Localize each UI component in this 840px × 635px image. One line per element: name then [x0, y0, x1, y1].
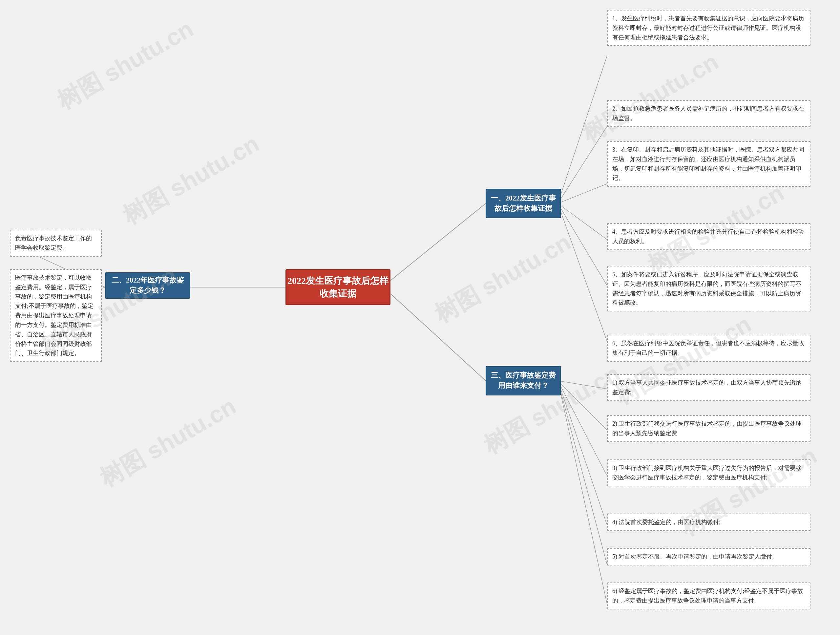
leaf-three-4: 4) 法院首次委托鉴定的，由医疗机构缴付;: [607, 513, 810, 531]
leaf-two-1-text: 负责医疗事故技术鉴定工作的医学会收取鉴定费。: [15, 235, 92, 251]
section-one-label: 一、2022发生医疗事故后怎样收集证据: [491, 193, 556, 214]
watermark-1: 树图 shutu.cn: [52, 13, 199, 117]
watermark-7: 树图 shutu.cn: [576, 46, 724, 149]
leaf-one-5: 5、如案件将要或已进入诉讼程序，应及时向法院申请证据保全或调查取证。因为患者能复…: [607, 266, 810, 311]
svg-line-6: [558, 204, 607, 240]
leaf-three-6-text: 6) 经鉴定属于医疗事故的，鉴定费由医疗机构支付;经鉴定不属于医疗事故的，鉴定费…: [612, 588, 804, 604]
central-node: 2022发生医疗事故后怎样 收集证据: [286, 269, 390, 305]
leaf-one-3: 3、在复印、封存和启封病历资料及其他证据时，医院、患者双方都应共同在场，如对血液…: [607, 141, 810, 187]
leaf-one-5-text: 5、如案件将要或已进入诉讼程序，应及时向法院申请证据保全或调查取证。因为患者能复…: [612, 271, 801, 306]
mind-map: 2022发生医疗事故后怎样 收集证据 一、2022发生医疗事故后怎样收集证据 1…: [0, 0, 840, 635]
svg-line-8: [558, 204, 607, 341]
svg-line-3: [558, 56, 607, 204]
leaf-one-4: 4、患者方应及时要求进行相关的检验并充分行使自己选择检验机构和检验人员的权利。: [607, 223, 810, 250]
watermark-5: 树图 shutu.cn: [429, 226, 576, 330]
watermark-layer: 树图 shutu.cn 树图 shutu.cn 树图 shutu.cn 树图 s…: [0, 0, 840, 635]
leaf-three-5-text: 5) 对首次鉴定不服、再次申请鉴定的，由申请再次鉴定人缴付;: [612, 553, 774, 560]
section-two-label: 二、2022年医疗事故鉴定多少钱？: [110, 275, 185, 296]
leaf-three-3-text: 3) 卫生行政部门接到医疗机构关于重大医疗过失行为的报告后，对需要移交医学会进行…: [612, 465, 802, 481]
leaf-one-4-text: 4、患者方应及时要求进行相关的检验并充分行使自己选择检验机构和检验人员的权利。: [612, 228, 804, 245]
svg-line-2: [390, 294, 486, 381]
leaf-two-1: 负责医疗事故技术鉴定工作的医学会收取鉴定费。: [10, 230, 102, 257]
svg-line-12: [558, 381, 607, 430]
watermark-2: 树图 shutu.cn: [117, 128, 265, 231]
svg-line-7: [558, 204, 607, 286]
central-label: 2022发生医疗事故后怎样 收集证据: [286, 274, 390, 300]
section-two: 二、2022年医疗事故鉴定多少钱？: [105, 272, 190, 299]
leaf-one-2: 2、如因抢救急危患者医务人员需补记病历的，补记期间患者方有权要求在场监督。: [607, 100, 810, 127]
leaf-three-1: 1) 双方当事人共同委托医疗事故技术鉴定的，由双方当事人协商预先缴纳鉴定费;: [607, 374, 810, 401]
leaf-three-6: 6) 经鉴定属于医疗事故的，鉴定费由医疗机构支付;经鉴定不属于医疗事故的，鉴定费…: [607, 583, 810, 610]
svg-line-16: [558, 381, 607, 604]
svg-line-15: [558, 381, 607, 564]
watermark-4: 树图 shutu.cn: [94, 390, 242, 494]
section-three: 三、医疗事故鉴定费用由谁来支付？: [486, 366, 561, 395]
leaf-one-6-text: 6、虽然在医疗纠纷中医院负举证责任，但患者也不应消极等待，应尽量收集有利于自己的…: [612, 340, 804, 356]
svg-line-4: [558, 126, 607, 204]
leaf-one-3-text: 3、在复印、封存和启封病历资料及其他证据时，医院、患者双方都应共同在场，如对血液…: [612, 146, 804, 181]
leaf-three-1-text: 1) 双方当事人共同委托医疗事故技术鉴定的，由双方当事人协商预先缴纳鉴定费;: [612, 379, 802, 395]
svg-line-13: [558, 381, 607, 476]
leaf-three-3: 3) 卫生行政部门接到医疗机构关于重大医疗过失行为的报告后，对需要移交医学会进行…: [607, 460, 810, 487]
leaf-three-2-text: 2) 卫生行政部门移交进行医疗事故技术鉴定的，由提出医疗事故争议处理的当事人预先…: [612, 420, 802, 436]
leaf-three-2: 2) 卫生行政部门移交进行医疗事故技术鉴定的，由提出医疗事故争议处理的当事人预先…: [607, 415, 810, 442]
svg-line-14: [558, 381, 607, 525]
section-three-label: 三、医疗事故鉴定费用由谁来支付？: [491, 371, 556, 391]
connectors: [0, 0, 840, 635]
leaf-two-2-text: 医疗事故技术鉴定，可以收取鉴定费用。经鉴定，属于医疗事故的，鉴定费用由医疗机构支…: [15, 274, 93, 356]
leaf-two-2: 医疗事故技术鉴定，可以收取鉴定费用。经鉴定，属于医疗事故的，鉴定费用由医疗机构支…: [10, 269, 102, 362]
leaf-one-1: 1、发生医疗纠纷时，患者首先要有收集证据的意识，应向医院要求将病历资料立即封存，…: [607, 10, 810, 46]
leaf-one-1-text: 1、发生医疗纠纷时，患者首先要有收集证据的意识，应向医院要求将病历资料立即封存，…: [612, 15, 804, 41]
svg-line-0: [390, 204, 486, 281]
leaf-three-4-text: 4) 法院首次委托鉴定的，由医疗机构缴付;: [612, 519, 721, 525]
svg-line-5: [558, 184, 607, 204]
leaf-one-6: 6、虽然在医疗纠纷中医院负举证责任，但患者也不应消极等待，应尽量收集有利于自己的…: [607, 335, 810, 362]
leaf-three-5: 5) 对首次鉴定不服、再次申请鉴定的，由申请再次鉴定人缴付;: [607, 548, 810, 565]
section-one: 一、2022发生医疗事故后怎样收集证据: [486, 189, 561, 218]
leaf-one-2-text: 2、如因抢救急危患者医务人员需补记病历的，补记期间患者方有权要求在场监督。: [612, 105, 804, 122]
svg-line-11: [558, 381, 607, 389]
